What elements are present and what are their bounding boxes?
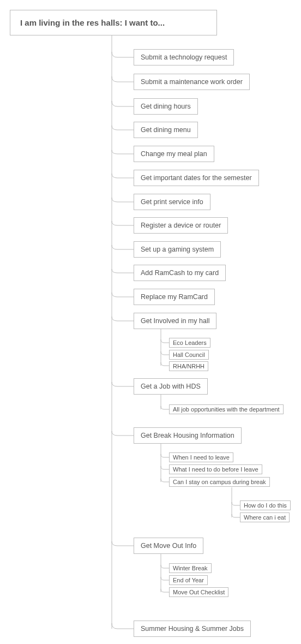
node-label: Get dining hours (141, 103, 191, 110)
tree-node[interactable]: Add RamCash to my card (134, 265, 226, 281)
tree-node[interactable]: Submit a maintenance work order (134, 74, 250, 90)
leaf-label: All job opportunities with the departmen… (173, 406, 280, 413)
node-label: Add RamCash to my card (141, 269, 219, 277)
tree-node[interactable]: Get Involved in my hall (134, 313, 216, 329)
tree-node[interactable]: Get important dates for the semester (134, 170, 259, 186)
tree-leaf[interactable]: Where can i eat (240, 512, 290, 522)
tree-node[interactable]: Get print service info (134, 194, 210, 210)
leaf-label: What I need to do before I leave (173, 466, 258, 473)
tree-leaf[interactable]: Can I stay on campus during break (169, 477, 270, 487)
tree-leaf[interactable]: RHA/NRHH (169, 361, 208, 371)
node-label: Get Involved in my hall (141, 317, 209, 325)
node-label: Get dining menu (141, 126, 191, 134)
tree-leaf[interactable]: All job opportunities with the departmen… (169, 404, 284, 414)
node-label: Set up a gaming system (141, 246, 214, 253)
tree-leaf[interactable]: Hall Council (169, 350, 209, 360)
tree-leaf[interactable]: Eco Leaders (169, 338, 210, 348)
tree-node[interactable]: Get Move Out Info (134, 538, 203, 554)
tree-node[interactable]: Change my meal plan (134, 146, 214, 162)
tree-leaf[interactable]: What I need to do before I leave (169, 464, 262, 474)
node-label: Get important dates for the semester (141, 174, 252, 182)
node-label: Get Move Out Info (141, 542, 196, 550)
node-label: Replace my RamCard (141, 293, 208, 301)
tree-node[interactable]: Summer Housing & Summer Jobs (134, 621, 251, 637)
leaf-label: Eco Leaders (173, 339, 207, 346)
tree-leaf[interactable]: How do I do this (240, 500, 291, 510)
tree-node[interactable]: Replace my RamCard (134, 289, 215, 305)
node-label: Submit a maintenance work order (141, 78, 243, 86)
node-label: Submit a technology request (141, 53, 227, 61)
node-label: Get a Job with HDS (141, 383, 201, 390)
leaf-label: Move Out Checklist (173, 589, 225, 595)
tree-leaf[interactable]: End of Year (169, 575, 208, 585)
tree-node[interactable]: Set up a gaming system (134, 241, 221, 258)
leaf-label: Can I stay on campus during break (173, 479, 266, 485)
tree-leaf[interactable]: Winter Break (169, 563, 212, 573)
leaf-label: When I need to leave (173, 454, 230, 461)
tree-node[interactable]: Get Break Housing Information (134, 427, 242, 444)
tree-node[interactable]: Get dining menu (134, 122, 198, 138)
node-label: Summer Housing & Summer Jobs (141, 625, 244, 633)
leaf-label: RHA/NRHH (173, 363, 204, 369)
tree-node[interactable]: Submit a technology request (134, 49, 234, 65)
tree-root[interactable]: I am living in the res halls: I want to.… (10, 10, 217, 35)
tree-node[interactable]: Get dining hours (134, 98, 198, 115)
root-title: I am living in the res halls: I want to.… (20, 18, 165, 27)
tree-node[interactable]: Register a device or router (134, 217, 228, 234)
node-label: Get print service info (141, 198, 203, 206)
tree-leaf[interactable]: When I need to leave (169, 452, 233, 462)
leaf-label: How do I do this (244, 502, 287, 509)
tree-node[interactable]: Get a Job with HDS (134, 378, 208, 395)
leaf-label: Winter Break (173, 565, 208, 571)
leaf-label: End of Year (173, 577, 204, 583)
node-label: Change my meal plan (141, 150, 207, 158)
leaf-label: Hall Council (173, 351, 205, 358)
tree-leaf[interactable]: Move Out Checklist (169, 587, 228, 597)
node-label: Register a device or router (141, 222, 221, 229)
leaf-label: Where can i eat (244, 514, 286, 521)
node-label: Get Break Housing Information (141, 432, 234, 439)
